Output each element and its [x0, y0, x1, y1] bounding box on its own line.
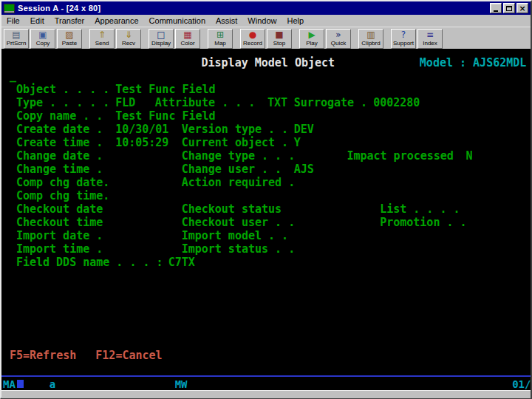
window-resize-border	[1, 390, 531, 398]
map-icon: ⊞	[216, 30, 224, 40]
screen-text: Checkout status	[182, 202, 282, 216]
terminal-window: Session A - [24 x 80] × FileEditTransfer…	[0, 0, 532, 399]
copy-button[interactable]: ▣Copy	[30, 29, 55, 49]
printer-button[interactable]: ▤PrtScrn	[4, 29, 29, 49]
play-button[interactable]: ▶Play	[299, 29, 324, 49]
menu-communication[interactable]: Communication	[144, 16, 211, 26]
index-button[interactable]: ≡Index	[417, 29, 443, 49]
toolbar-separator	[352, 27, 358, 50]
screen-row-10: Comp chg date.Action required .	[3, 176, 531, 189]
screen-text: 0002280	[373, 96, 420, 109]
menu-edit[interactable]: Edit	[25, 16, 50, 26]
menu-appearance[interactable]: Appearance	[89, 16, 143, 26]
toolbar-button-label: Clipbrd	[361, 40, 380, 47]
screen-text: Change date .	[16, 149, 103, 163]
toolbar-button-label: Send	[95, 40, 109, 47]
title-bar[interactable]: Session A - [24 x 80] ×	[1, 1, 531, 15]
maximize-icon	[506, 6, 512, 11]
send-icon: ⇑	[98, 30, 106, 40]
screen-text: Change time .	[16, 163, 103, 176]
screen-text: F12=Cancel	[95, 349, 162, 362]
menu-transfer[interactable]: Transfer	[50, 16, 90, 26]
menu-assist[interactable]: Assist	[211, 16, 242, 26]
printer-icon: ▤	[12, 30, 20, 40]
quick-button[interactable]: »Quick	[326, 29, 351, 49]
screen-text: 10/30/01	[115, 123, 168, 136]
toolbar-separator	[142, 27, 148, 50]
record-icon: ●	[249, 30, 256, 40]
toolbar-button-label: Support	[393, 40, 414, 47]
window-title: Session A - [24 x 80]	[18, 4, 100, 13]
map-button[interactable]: ⊞Map	[208, 29, 233, 49]
receive-button[interactable]: ⇓Recv	[116, 29, 141, 49]
window-controls: ×	[490, 3, 528, 13]
screen-text: Import date .	[16, 229, 103, 242]
status-cursor-position: 01/0	[512, 378, 531, 390]
quick-icon: »	[335, 30, 341, 40]
menu-help[interactable]: Help	[282, 16, 309, 26]
play-icon: ▶	[308, 30, 315, 40]
toolbar-separator	[233, 27, 239, 50]
screen-text: Checkout time	[16, 216, 103, 229]
support-icon: ?	[401, 30, 406, 40]
screen-text: Create time .	[16, 136, 103, 149]
screen-row-6: Create date .10/30/01Version type . .DEV	[3, 123, 531, 136]
toolbar-separator	[293, 27, 299, 50]
screen-row-14: Import date .Import model . .	[3, 229, 531, 242]
screen-row-9: Change time .Change user . .AJS	[3, 163, 531, 176]
screen-text: Field DDS name . . . :	[16, 256, 163, 269]
toolbar-button-label: PrtScrn	[7, 40, 27, 47]
terminal-screen[interactable]: Display Model ObjectModel : AJS62MDL_Obj…	[1, 49, 531, 375]
screen-text: Version type . .	[182, 123, 289, 136]
screen-text: Import model . .	[182, 229, 289, 242]
display-button[interactable]: □Display	[149, 29, 174, 49]
app-icon	[4, 4, 15, 13]
screen-row-15: Import time .Import status . .	[3, 242, 531, 256]
screen-text: List . . . .	[380, 202, 460, 216]
paste-button[interactable]: ▨Paste	[57, 29, 82, 49]
screen-row-11: Comp chg time.	[3, 189, 531, 202]
toolbar-button-label: Display	[151, 40, 171, 47]
menu-file[interactable]: File	[1, 16, 25, 26]
status-system-available: MA	[3, 378, 16, 390]
toolbar: ▤PrtScrn▣Copy▨Paste⇑Send⇓Recv□Display▦Co…	[1, 27, 531, 50]
stop-button[interactable]: ■Stop	[267, 29, 292, 49]
menu-window[interactable]: Window	[242, 16, 282, 26]
screen-text: Attribute . . .	[155, 96, 255, 109]
support-button[interactable]: ?Support	[391, 29, 416, 49]
screen-row-8: Change date .Change type . . .Impact pro…	[3, 149, 531, 163]
index-icon: ≡	[426, 30, 434, 40]
close-button[interactable]: ×	[516, 3, 528, 13]
color-icon: ▦	[183, 30, 191, 40]
screen-text: Current object .	[182, 136, 289, 149]
toolbar-button-label: Record	[243, 40, 262, 47]
color-button[interactable]: ▦Color	[175, 29, 200, 49]
screen-text: Comp chg time.	[16, 189, 109, 202]
status-message-waiting: MW	[175, 378, 188, 390]
clipboard-icon: ▥	[366, 30, 375, 40]
paste-icon: ▨	[65, 30, 73, 40]
screen-text: Surrogate .	[294, 96, 367, 109]
status-keyboard-indicator: a	[50, 378, 55, 390]
screen-text: Comp chg date.	[16, 176, 109, 189]
screen-row-7: Create time .10:05:29Current object .Y	[3, 136, 531, 149]
screen-text: FLD	[115, 96, 135, 109]
screen-text: F5=Refresh	[10, 349, 76, 362]
clipboard-button[interactable]: ▥Clipbrd	[358, 29, 383, 49]
minimize-button[interactable]	[490, 3, 502, 13]
toolbar-button-label: Play	[306, 40, 318, 47]
screen-text: Checkout date	[16, 202, 103, 216]
record-button[interactable]: ●Record	[240, 29, 265, 49]
maximize-button[interactable]	[503, 3, 515, 13]
toolbar-button-label: Quick	[331, 40, 346, 47]
screen-text: 10:05:29	[115, 136, 168, 149]
screen-row-1: Display Model ObjectModel : AJS62MDL	[3, 56, 531, 69]
screen-text: Copy name . .	[16, 109, 103, 123]
screen-row-23: F5=RefreshF12=Cancel	[3, 349, 531, 362]
screen-text: Y	[294, 136, 301, 149]
screen-text: Impact processed	[347, 149, 454, 163]
screen-text: Change user . .	[182, 163, 282, 176]
send-button[interactable]: ⇑Send	[89, 29, 115, 49]
toolbar-separator	[83, 27, 89, 50]
screen-row-3: Object . . . .Test Func Field	[3, 83, 531, 96]
